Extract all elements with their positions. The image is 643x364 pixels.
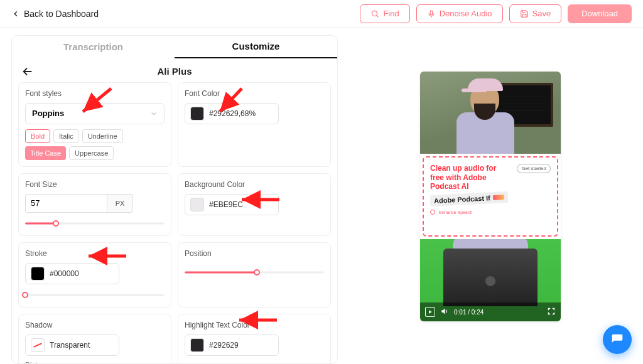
highlight-value: #292629 bbox=[209, 341, 239, 350]
font-styles-label: Font styles bbox=[25, 89, 165, 98]
card-bg-color: Background Color #EBE9EC bbox=[178, 173, 331, 236]
card-highlight: Highlight Text Color #292629 bbox=[178, 314, 331, 363]
svg-line-1 bbox=[377, 15, 379, 17]
chat-icon bbox=[611, 333, 624, 346]
card-font-styles: Font styles Poppins Bold Italic Underlin… bbox=[18, 82, 171, 167]
fullscreen-icon bbox=[547, 307, 556, 316]
position-slider[interactable] bbox=[185, 267, 324, 278]
svg-marker-5 bbox=[429, 310, 432, 313]
font-size-input[interactable] bbox=[25, 194, 107, 213]
font-family-select[interactable]: Poppins bbox=[25, 103, 165, 124]
font-color-swatch bbox=[190, 107, 204, 120]
chip-italic[interactable]: Italic bbox=[53, 129, 79, 143]
fullscreen-button[interactable] bbox=[547, 307, 556, 317]
back-to-dashboard[interactable]: Back to Dashboard bbox=[11, 9, 99, 19]
customize-panel: Transcription Customize Ali Plus Font st… bbox=[11, 35, 338, 364]
mid-text-2: free with Adobe bbox=[430, 173, 551, 182]
find-button[interactable]: Find bbox=[360, 4, 409, 23]
chevron-down-icon bbox=[150, 110, 158, 117]
font-family-value: Poppins bbox=[32, 109, 64, 118]
svg-point-0 bbox=[372, 11, 377, 16]
preview-frame-mid: Get started Clean up audio for free with… bbox=[423, 156, 558, 237]
mic-icon bbox=[427, 9, 436, 18]
position-label: Position bbox=[185, 249, 324, 258]
font-size-unit: PX bbox=[107, 194, 133, 213]
denoise-label: Denoise Audio bbox=[440, 9, 492, 18]
download-label: Download bbox=[581, 9, 618, 18]
panel-back-icon[interactable] bbox=[21, 65, 35, 78]
back-label: Back to Dashboard bbox=[24, 9, 99, 19]
preview-frame-top bbox=[420, 72, 561, 154]
card-position: Position bbox=[178, 242, 331, 308]
stroke-value: #000000 bbox=[50, 269, 79, 278]
bg-color-value: #EBE9EC bbox=[209, 200, 243, 209]
tab-transcription[interactable]: Transcription bbox=[12, 36, 175, 58]
card-font-size: Font Size PX bbox=[18, 173, 171, 236]
font-color-value: #292629,68% bbox=[209, 109, 256, 118]
card-stroke: Stroke #000000 bbox=[18, 242, 171, 308]
shadow-color-picker[interactable]: Transparent bbox=[25, 335, 119, 356]
shadow-distance-label: Distance bbox=[25, 361, 165, 363]
play-icon bbox=[428, 309, 433, 314]
volume-icon bbox=[440, 307, 449, 316]
search-icon bbox=[370, 9, 379, 18]
find-label: Find bbox=[383, 9, 399, 18]
svg-rect-2 bbox=[430, 10, 433, 14]
font-size-slider[interactable] bbox=[25, 218, 165, 229]
font-color-picker[interactable]: #292629,68% bbox=[185, 103, 279, 124]
scrollbar[interactable] bbox=[337, 105, 338, 230]
highlight-color-picker[interactable]: #292629 bbox=[185, 335, 279, 356]
shadow-value: Transparent bbox=[50, 341, 90, 350]
caption-overlay: Adobe Podcast If bbox=[430, 191, 509, 206]
chip-uppercase[interactable]: Uppercase bbox=[69, 146, 114, 160]
save-button[interactable]: Save bbox=[509, 4, 562, 23]
play-button[interactable] bbox=[425, 307, 435, 317]
card-font-color: Font Color #292629,68% bbox=[178, 82, 331, 167]
stroke-color-picker[interactable]: #000000 bbox=[25, 263, 119, 284]
stroke-slider[interactable] bbox=[25, 289, 165, 301]
stroke-swatch bbox=[31, 267, 45, 281]
mid-cta: Get started bbox=[517, 164, 551, 173]
bg-color-label: Background Color bbox=[185, 180, 324, 189]
time-display: 0:01 / 0:24 bbox=[454, 309, 484, 316]
save-label: Save bbox=[532, 9, 551, 18]
preview-frame-bottom: 0:01 / 0:24 bbox=[420, 239, 561, 321]
tab-customize[interactable]: Customize bbox=[175, 36, 337, 58]
volume-button[interactable] bbox=[440, 307, 449, 317]
shadow-label: Shadow bbox=[25, 321, 165, 329]
mid-text-3: Podcast AI bbox=[430, 182, 551, 191]
chat-button[interactable] bbox=[603, 325, 632, 354]
font-size-label: Font Size bbox=[25, 180, 165, 189]
card-shadow: Shadow Transparent Distance Blur bbox=[18, 314, 171, 363]
highlight-swatch bbox=[190, 338, 204, 352]
bg-color-picker[interactable]: #EBE9EC bbox=[185, 194, 279, 215]
save-icon bbox=[520, 9, 529, 18]
highlight-label: Highlight Text Color bbox=[185, 321, 324, 329]
chevron-left-icon bbox=[11, 9, 20, 18]
chip-title-case[interactable]: Title Case bbox=[25, 146, 66, 160]
panel-title: Ali Plus bbox=[157, 66, 192, 77]
denoise-button[interactable]: Denoise Audio bbox=[416, 4, 503, 23]
chip-bold[interactable]: Bold bbox=[25, 129, 50, 143]
font-color-label: Font Color bbox=[185, 89, 324, 98]
shadow-swatch-transparent bbox=[31, 338, 45, 352]
chip-underline[interactable]: Underline bbox=[82, 129, 123, 143]
stroke-label: Stroke bbox=[25, 249, 165, 258]
video-preview[interactable]: Get started Clean up audio for free with… bbox=[420, 72, 561, 321]
bg-color-swatch bbox=[190, 198, 204, 211]
download-button[interactable]: Download bbox=[568, 4, 632, 23]
